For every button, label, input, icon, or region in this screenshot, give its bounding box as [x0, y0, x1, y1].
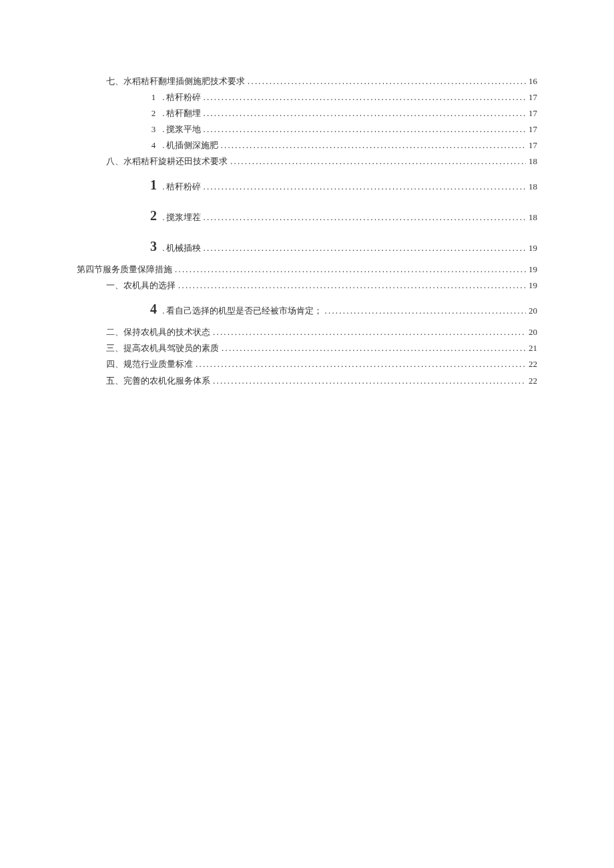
toc-entry-title: 1秸秆粉碎: [147, 169, 201, 200]
toc-entry-page: 18: [529, 177, 537, 197]
toc-entry-label: 机插侧深施肥: [160, 140, 218, 150]
toc-entry-title: 第四节服务质量保障措施: [77, 262, 172, 278]
toc-entry-page: 17: [529, 105, 537, 121]
toc-leader-dots: [213, 324, 526, 340]
toc-entry-title: 3机械插秧: [147, 231, 201, 262]
toc-entry-title: 2秸秆翻埋: [147, 105, 201, 121]
toc-entry-number: 1: [147, 89, 160, 105]
toc-entry-page: 20: [529, 301, 537, 321]
toc-leader-dots: [325, 301, 527, 321]
toc-leader-dots: [204, 238, 527, 258]
toc-entry-label: 秸秆粉碎: [160, 181, 201, 191]
toc-entry-label: 四、规范行业质量标准: [106, 359, 193, 369]
toc-entry: 4机插侧深施肥 17: [77, 137, 537, 153]
toc-entry-page: 17: [529, 89, 537, 105]
toc-entry-number: 4: [147, 294, 160, 324]
toc-entry-title: 一、农机具的选择: [106, 278, 176, 294]
toc-entry: 2秸秆翻埋 17: [77, 105, 537, 121]
toc-entry: 四、规范行业质量标准22: [77, 356, 537, 372]
toc-entry: 1秸秆粉碎 18: [77, 169, 537, 200]
toc-entry-title: 二、保持农机具的技术状态: [106, 324, 210, 340]
toc-entry-label: 七、水稻秸秆翻埋插侧施肥技术要求: [106, 76, 245, 86]
toc-entry-label: 秸秆翻埋: [160, 108, 201, 118]
toc-entry-label: 三、提高农机具驾驶员的素质: [106, 343, 219, 353]
toc-entry: 4看自己选择的机型是否已经被市场肯定； 20: [77, 294, 537, 324]
toc-entry-label: 机械插秧: [160, 243, 201, 253]
toc-entry-number: 2: [147, 200, 160, 231]
toc-entry-number: 1: [147, 169, 160, 200]
toc-entry-page: 17: [529, 137, 537, 153]
toc-entry-page: 19: [529, 262, 537, 278]
toc-entry: 二、保持农机具的技术状态20: [77, 324, 537, 340]
toc-entry: 1秸秆粉碎 17: [77, 89, 537, 105]
toc-leader-dots: [204, 207, 527, 228]
toc-entry-label: 搅浆埋茬: [160, 212, 201, 222]
toc-entry-page: 22: [529, 356, 537, 372]
toc-entry-page: 18: [529, 207, 537, 228]
toc-entry-page: 19: [529, 238, 537, 258]
toc-entry-page: 16: [529, 73, 537, 89]
table-of-contents: 七、水稻秸秆翻埋插侧施肥技术要求161秸秆粉碎 172秸秆翻埋 173搅浆平地 …: [77, 73, 537, 389]
toc-leader-dots: [204, 105, 527, 121]
toc-entry-page: 21: [529, 340, 537, 356]
toc-entry-title: 2搅浆埋茬: [147, 200, 201, 231]
toc-leader-dots: [204, 121, 527, 137]
toc-entry: 五、完善的农机化服务体系22: [77, 373, 537, 389]
toc-entry-label: 一、农机具的选择: [106, 280, 176, 290]
toc-entry: 第四节服务质量保障措施19: [77, 262, 537, 278]
toc-entry-title: 1秸秆粉碎: [147, 89, 201, 105]
toc-entry-number: 3: [147, 231, 160, 262]
toc-leader-dots: [175, 262, 526, 278]
toc-entry: 一、农机具的选择19: [77, 278, 537, 294]
toc-entry-title: 四、规范行业质量标准: [106, 356, 193, 372]
toc-leader-dots: [248, 73, 526, 89]
toc-entry-label: 看自己选择的机型是否已经被市场肯定；: [160, 306, 322, 316]
toc-entry-number: 4: [147, 137, 160, 153]
toc-entry-title: 七、水稻秸秆翻埋插侧施肥技术要求: [106, 73, 245, 89]
toc-leader-dots: [222, 340, 526, 356]
toc-leader-dots: [204, 89, 527, 105]
toc-entry-label: 八、水稻秸秆旋耕还田技术要求: [106, 156, 228, 166]
toc-entry-title: 八、水稻秸秆旋耕还田技术要求: [106, 153, 228, 169]
toc-leader-dots: [178, 278, 526, 294]
toc-entry-page: 18: [529, 153, 537, 169]
toc-entry-label: 二、保持农机具的技术状态: [106, 327, 210, 337]
toc-entry-number: 2: [147, 105, 160, 121]
toc-leader-dots: [213, 373, 526, 389]
toc-entry: 三、提高农机具驾驶员的素质21: [77, 340, 537, 356]
toc-entry-title: 4机插侧深施肥: [147, 137, 218, 153]
toc-leader-dots: [221, 137, 527, 153]
toc-entry-title: 4看自己选择的机型是否已经被市场肯定；: [147, 294, 322, 324]
toc-entry-title: 五、完善的农机化服务体系: [106, 373, 210, 389]
toc-entry-number: 3: [147, 121, 160, 137]
toc-entry: 七、水稻秸秆翻埋插侧施肥技术要求16: [77, 73, 537, 89]
toc-entry-page: 19: [529, 278, 537, 294]
toc-entry: 八、水稻秸秆旋耕还田技术要求18: [77, 153, 537, 169]
toc-entry-page: 22: [529, 373, 537, 389]
toc-leader-dots: [230, 153, 526, 169]
toc-entry-page: 20: [529, 324, 537, 340]
toc-leader-dots: [204, 177, 527, 197]
toc-entry-label: 搅浆平地: [160, 124, 201, 134]
toc-entry-label: 秸秆粉碎: [160, 92, 201, 102]
toc-entry: 2搅浆埋茬 18: [77, 200, 537, 231]
toc-entry-title: 三、提高农机具驾驶员的素质: [106, 340, 219, 356]
toc-entry-label: 五、完善的农机化服务体系: [106, 376, 210, 386]
toc-entry: 3搅浆平地 17: [77, 121, 537, 137]
toc-leader-dots: [196, 356, 526, 372]
toc-entry: 3机械插秧 19: [77, 231, 537, 262]
toc-entry-title: 3搅浆平地: [147, 121, 201, 137]
toc-entry-label: 第四节服务质量保障措施: [77, 264, 172, 274]
toc-entry-page: 17: [529, 121, 537, 137]
